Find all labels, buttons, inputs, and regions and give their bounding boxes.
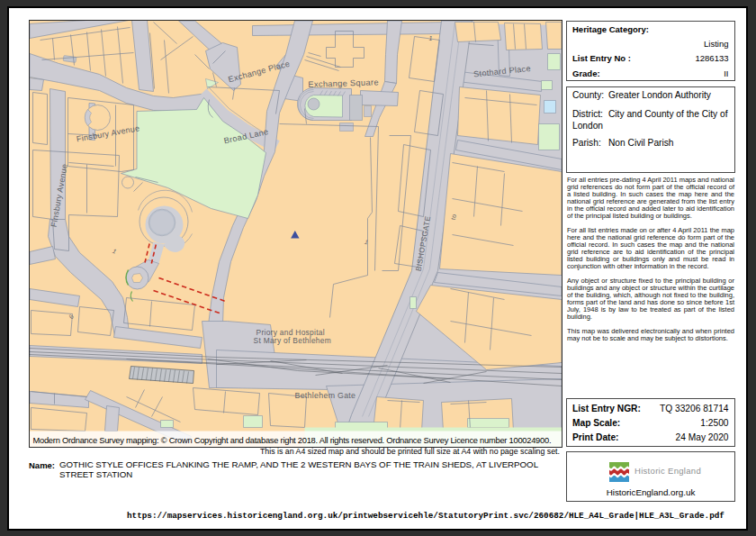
svg-text:Bethlehem Gate: Bethlehem Gate <box>295 391 356 400</box>
svg-text:Modern Ordnance Survey mapping: Modern Ordnance Survey mapping: © Crown … <box>33 436 552 445</box>
svg-text:St Mary of Bethlehem: St Mary of Bethlehem <box>254 336 332 345</box>
svg-text:1: 1 <box>429 35 433 41</box>
